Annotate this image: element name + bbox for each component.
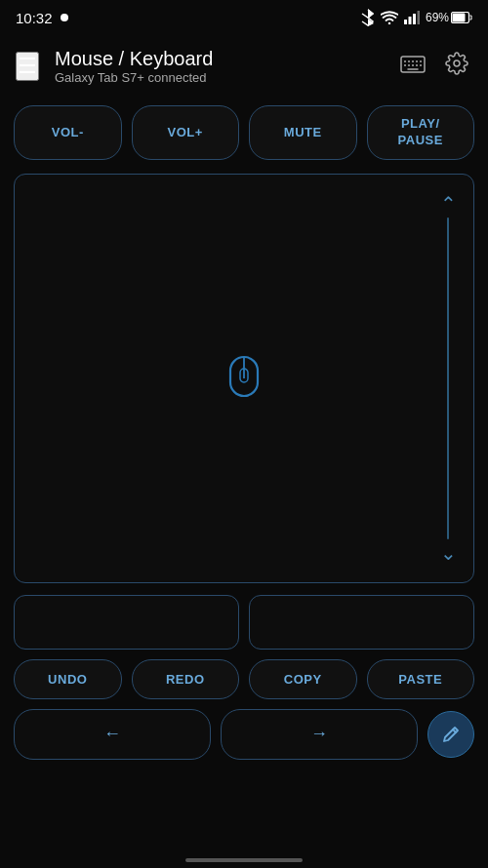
click-buttons — [0, 589, 488, 655]
status-dot-icon — [61, 14, 68, 21]
touchpad-area[interactable]: ⌃ ⌄ — [14, 174, 474, 583]
mouse-cursor-icon — [221, 349, 267, 408]
redo-button[interactable]: REDO — [132, 659, 240, 699]
battery-indicator: 69% — [426, 11, 472, 24]
pencil-icon — [442, 726, 460, 743]
gear-icon — [445, 52, 468, 75]
svg-rect-5 — [453, 14, 466, 22]
edit-controls: UNDO REDO COPY PASTE — [0, 655, 488, 703]
svg-rect-0 — [404, 20, 407, 24]
header-title: Mouse / Keyboard — [55, 48, 396, 70]
paste-button[interactable]: PASTE — [367, 659, 475, 699]
right-click-button[interactable] — [249, 595, 474, 650]
edit-pencil-button[interactable] — [427, 711, 474, 758]
keyboard-button[interactable] — [396, 50, 429, 83]
header-subtitle: Galaxy Tab S7+ connected — [55, 70, 396, 85]
nav-row: ← → — [0, 703, 488, 766]
svg-rect-2 — [413, 14, 416, 24]
vol-plus-button[interactable]: VOL+ — [132, 105, 240, 160]
header-actions — [396, 48, 472, 85]
back-button[interactable]: ← — [14, 709, 211, 760]
scroll-line — [447, 217, 449, 539]
play-pause-button[interactable]: PLAY/PAUSE — [367, 105, 475, 160]
header: ☰ Mouse / Keyboard Galaxy Tab S7+ connec… — [0, 35, 488, 98]
svg-rect-1 — [408, 17, 411, 24]
wifi-icon — [381, 11, 398, 24]
left-click-button[interactable] — [14, 595, 239, 650]
mute-button[interactable]: MUTE — [249, 105, 357, 160]
status-time: 10:32 — [16, 10, 53, 26]
svg-line-22 — [453, 730, 456, 732]
svg-rect-3 — [417, 11, 420, 24]
home-indicator — [185, 858, 303, 862]
battery-icon — [451, 12, 472, 23]
undo-button[interactable]: UNDO — [14, 659, 122, 699]
settings-button[interactable] — [441, 48, 472, 85]
media-controls: VOL- VOL+ MUTE PLAY/PAUSE — [0, 98, 488, 168]
status-right: 69% — [361, 9, 472, 26]
battery-percent: 69% — [426, 11, 449, 24]
status-left: 10:32 — [16, 10, 68, 26]
keyboard-icon — [400, 56, 426, 73]
scroll-down-arrow-icon: ⌄ — [440, 543, 457, 563]
status-bar: 10:32 69% — [0, 0, 488, 35]
forward-button[interactable]: → — [221, 709, 418, 760]
scroll-track: ⌃ ⌄ — [438, 194, 458, 563]
svg-point-18 — [454, 60, 460, 66]
vol-minus-button[interactable]: VOL- — [14, 105, 122, 160]
header-title-area: Mouse / Keyboard Galaxy Tab S7+ connecte… — [55, 48, 396, 85]
bluetooth-icon — [361, 9, 375, 26]
signal-icon — [404, 11, 420, 24]
scroll-up-arrow-icon: ⌃ — [440, 194, 457, 214]
copy-button[interactable]: COPY — [249, 659, 357, 699]
menu-button[interactable]: ☰ — [16, 52, 39, 81]
